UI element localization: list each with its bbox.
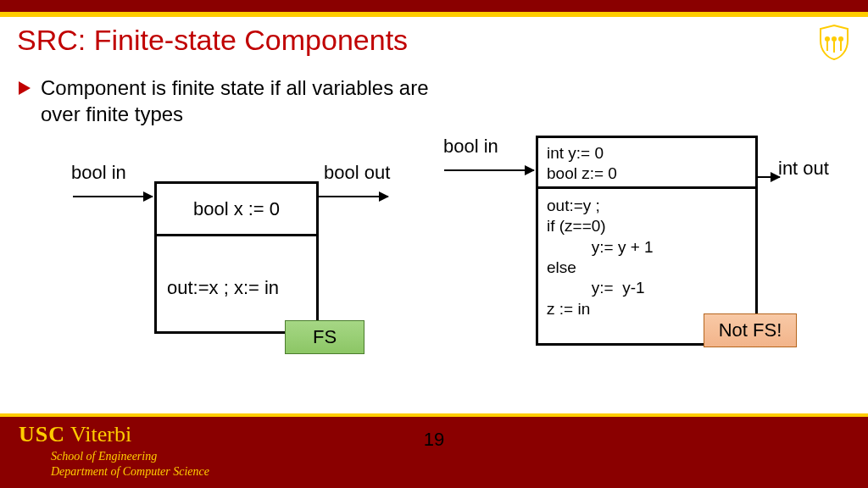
footer-line2: Department of Computer Science	[51, 464, 209, 480]
footer-gold-line	[0, 413, 868, 417]
left-decl: bool x := 0	[157, 184, 316, 236]
fs-badge: FS	[285, 320, 364, 354]
right-decl: int y:= 0 bool z:= 0	[538, 138, 755, 189]
left-in-label: bool in	[71, 162, 126, 184]
footer-subtitle: School of Engineering Department of Comp…	[51, 449, 209, 480]
footer-logo-text: USCViterbi	[19, 422, 131, 447]
left-out-label: bool out	[324, 162, 390, 184]
right-out-arrow	[758, 176, 780, 178]
footer-viterbi: Viterbi	[70, 422, 131, 446]
left-out-arrow	[319, 196, 388, 197]
left-body: out:=x ; x:= in	[157, 236, 316, 306]
footer-line1: School of Engineering	[51, 449, 209, 464]
right-in-label: bool in	[443, 136, 498, 158]
page-number: 19	[424, 429, 444, 451]
right-out-label: int out	[778, 158, 829, 180]
left-component-box: bool x := 0 out:=x ; x:= in	[154, 181, 319, 334]
right-in-arrow	[444, 169, 534, 171]
footer: USCViterbi School of Engineering Departm…	[0, 413, 868, 488]
right-body: out:=y ; if (z==0) y:= y + 1 else y:= y-…	[538, 189, 755, 326]
left-in-arrow	[73, 196, 153, 197]
right-decl-2: bool z:= 0	[547, 164, 747, 184]
footer-usc: USC	[19, 422, 65, 446]
right-decl-1: int y:= 0	[547, 143, 747, 164]
not-fs-badge: Not FS!	[704, 313, 797, 347]
